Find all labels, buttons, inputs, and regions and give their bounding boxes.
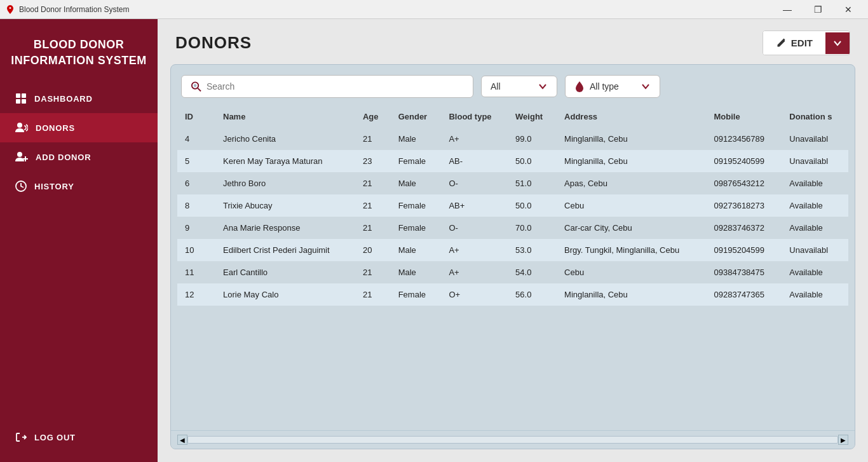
cell-7: 09273618273: [707, 194, 782, 217]
cell-4: O-: [441, 172, 508, 194]
cell-2: 21: [355, 194, 391, 217]
cell-6: Car-car City, Cebu: [557, 217, 706, 239]
edit-dropdown-button[interactable]: [825, 32, 850, 54]
titlebar: Blood Donor Information System — ❐ ✕: [0, 0, 868, 19]
cell-6: Brgy. Tungkil, Minglanilla, Cebu: [557, 239, 706, 261]
sidebar-item-history[interactable]: HISTORY: [0, 172, 158, 201]
col-name: Name: [215, 105, 355, 128]
cell-5: 56.0: [508, 283, 557, 306]
cell-4: A+: [441, 128, 508, 150]
cell-2: 21: [355, 128, 391, 150]
search-icon: [191, 81, 201, 92]
cell-1: Edilbert Crist Pederi Jaguimit: [215, 239, 355, 261]
cell-2: 21: [355, 172, 391, 194]
window-controls: — ❐ ✕: [773, 0, 863, 19]
search-box[interactable]: [181, 75, 473, 98]
cell-6: Minglanilla, Cebu: [557, 150, 706, 172]
cell-2: 21: [355, 283, 391, 306]
gender-filter[interactable]: All: [481, 76, 557, 97]
search-input[interactable]: [207, 81, 464, 92]
blood-filter-arrow-icon: [641, 81, 651, 92]
cell-1: Lorie May Calo: [215, 283, 355, 306]
cell-5: 50.0: [508, 150, 557, 172]
cell-6: Minglanilla, Cebu: [557, 128, 706, 150]
cell-2: 23: [355, 150, 391, 172]
table-row[interactable]: 11Earl Cantillo21MaleA+54.0Cebu093847384…: [177, 261, 848, 283]
table-row[interactable]: 10Edilbert Crist Pederi Jaguimit20MaleA+…: [177, 239, 848, 261]
table-row[interactable]: 6Jethro Boro21MaleO-51.0Apas, Cebu098765…: [177, 172, 848, 194]
cell-4: O+: [441, 283, 508, 306]
sidebar-item-logout[interactable]: LOG OUT: [15, 423, 142, 452]
table-header: ID Name Age Gender Blood type Weight Add…: [177, 105, 848, 128]
col-id: ID: [177, 105, 215, 128]
cell-1: Trixie Abucay: [215, 194, 355, 217]
cell-0: 10: [177, 239, 215, 261]
sidebar-item-donors[interactable]: DONORS: [0, 113, 158, 142]
cell-8: Available: [782, 283, 848, 306]
app-title: BLOOD DONOR INFORMATION SYSTEM: [0, 19, 158, 84]
cell-7: 09876543212: [707, 172, 782, 194]
minimize-button[interactable]: —: [773, 0, 802, 19]
svg-point-12: [194, 84, 197, 87]
logout-icon: [15, 431, 27, 443]
donors-label: DONORS: [36, 123, 75, 133]
cell-8: Available: [782, 194, 848, 217]
cell-4: AB-: [441, 150, 508, 172]
cell-3: Male: [391, 172, 442, 194]
logout-label: LOG OUT: [34, 433, 76, 442]
cell-0: 9: [177, 217, 215, 239]
maximize-button[interactable]: ❐: [803, 0, 832, 19]
cell-4: A+: [441, 239, 508, 261]
cell-6: Minglanilla, Cebu: [557, 283, 706, 306]
cell-3: Male: [391, 128, 442, 150]
svg-point-4: [17, 123, 22, 128]
scroll-right-button[interactable]: ▶: [838, 435, 848, 445]
table-row[interactable]: 4Jericho Cenita21MaleA+99.0Minglanilla, …: [177, 128, 848, 150]
cell-8: Available: [782, 172, 848, 194]
scrollbar-track[interactable]: [187, 436, 838, 444]
dashboard-label: DASHBOARD: [34, 94, 93, 104]
cell-7: 09384738475: [707, 261, 782, 283]
table-wrapper: ID Name Age Gender Blood type Weight Add…: [171, 105, 855, 430]
cell-2: 21: [355, 261, 391, 283]
cell-6: Cebu: [557, 261, 706, 283]
cell-5: 70.0: [508, 217, 557, 239]
edit-button[interactable]: EDIT: [763, 31, 825, 55]
cell-1: Jericho Cenita: [215, 128, 355, 150]
sidebar-item-add-donor[interactable]: ADD DONOR: [0, 142, 158, 172]
blood-drop-icon: [574, 81, 585, 92]
scroll-left-button[interactable]: ◀: [177, 435, 187, 445]
svg-rect-0: [16, 93, 20, 98]
grid-icon: [15, 93, 27, 104]
horizontal-scrollbar: ◀ ▶: [171, 430, 855, 449]
blood-type-filter[interactable]: All type: [565, 75, 660, 98]
add-donor-label: ADD DONOR: [36, 153, 91, 162]
table-header-row: ID Name Age Gender Blood type Weight Add…: [177, 105, 848, 128]
col-address: Address: [557, 105, 706, 128]
sidebar: BLOOD DONOR INFORMATION SYSTEM DASHBOARD: [0, 19, 158, 462]
table-toolbar: All All type: [171, 65, 855, 105]
cell-7: 09195240599: [707, 150, 782, 172]
cell-5: 51.0: [508, 172, 557, 194]
cell-0: 12: [177, 283, 215, 306]
table-body: 4Jericho Cenita21MaleA+99.0Minglanilla, …: [177, 128, 848, 306]
sidebar-item-dashboard[interactable]: DASHBOARD: [0, 84, 158, 113]
table-row[interactable]: 8Trixie Abucay21FemaleAB+50.0Cebu0927361…: [177, 194, 848, 217]
gender-filter-arrow-icon: [538, 81, 548, 92]
cell-1: Keren May Taraya Maturan: [215, 150, 355, 172]
cell-8: Available: [782, 261, 848, 283]
sidebar-footer: LOG OUT: [0, 412, 158, 462]
close-button[interactable]: ✕: [834, 0, 863, 19]
table-row[interactable]: 12Lorie May Calo21FemaleO+56.0Minglanill…: [177, 283, 848, 306]
col-weight: Weight: [508, 105, 557, 128]
svg-rect-2: [16, 99, 20, 104]
donors-icon: [15, 122, 28, 133]
history-label: HISTORY: [34, 182, 74, 191]
table-row[interactable]: 5Keren May Taraya Maturan23FemaleAB-50.0…: [177, 150, 848, 172]
table-row[interactable]: 9Ana Marie Response21FemaleO-70.0Car-car…: [177, 217, 848, 239]
cell-3: Female: [391, 283, 442, 306]
cell-7: 09283747365: [707, 283, 782, 306]
cell-5: 99.0: [508, 128, 557, 150]
svg-rect-1: [22, 93, 26, 98]
cell-0: 5: [177, 150, 215, 172]
